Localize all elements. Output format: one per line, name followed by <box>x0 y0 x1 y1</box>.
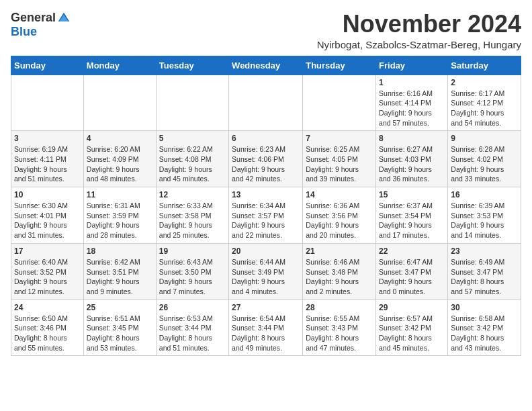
page-header: General Blue November 2024 Nyirbogat, Sz… <box>11 11 521 50</box>
day-info: Sunrise: 6:58 AMSunset: 3:42 PMDaylight:… <box>451 314 518 353</box>
day-info: Sunrise: 6:57 AMSunset: 3:42 PMDaylight:… <box>379 314 445 353</box>
calendar-week-row: 3Sunrise: 6:19 AMSunset: 4:11 PMDaylight… <box>11 131 521 187</box>
calendar-cell: 25Sunrise: 6:51 AMSunset: 3:45 PMDayligh… <box>83 300 156 356</box>
calendar-cell: 27Sunrise: 6:54 AMSunset: 3:44 PMDayligh… <box>229 300 303 356</box>
day-info: Sunrise: 6:50 AMSunset: 3:46 PMDaylight:… <box>14 314 81 353</box>
logo-blue-text: Blue <box>11 25 37 39</box>
day-info: Sunrise: 6:17 AMSunset: 4:12 PMDaylight:… <box>451 89 518 128</box>
col-header-monday: Monday <box>83 56 156 75</box>
day-number: 15 <box>379 190 445 199</box>
calendar-cell <box>156 75 228 131</box>
day-number: 4 <box>87 134 153 143</box>
calendar-week-row: 17Sunrise: 6:40 AMSunset: 3:52 PMDayligh… <box>11 243 521 300</box>
calendar-cell <box>83 75 156 131</box>
day-number: 13 <box>232 190 300 199</box>
day-info: Sunrise: 6:31 AMSunset: 3:59 PMDaylight:… <box>87 201 153 240</box>
day-info: Sunrise: 6:51 AMSunset: 3:45 PMDaylight:… <box>87 314 153 353</box>
day-info: Sunrise: 6:20 AMSunset: 4:09 PMDaylight:… <box>87 144 153 184</box>
day-info: Sunrise: 6:42 AMSunset: 3:51 PMDaylight:… <box>87 257 153 297</box>
calendar-table: SundayMondayTuesdayWednesdayThursdayFrid… <box>11 56 521 357</box>
month-title: November 2024 <box>317 11 521 38</box>
day-number: 30 <box>451 303 518 312</box>
day-info: Sunrise: 6:23 AMSunset: 4:06 PMDaylight:… <box>232 144 300 184</box>
calendar-week-row: 10Sunrise: 6:30 AMSunset: 4:01 PMDayligh… <box>11 187 521 244</box>
calendar-header-row: SundayMondayTuesdayWednesdayThursdayFrid… <box>11 56 521 75</box>
day-info: Sunrise: 6:55 AMSunset: 3:43 PMDaylight:… <box>306 314 373 353</box>
day-number: 6 <box>232 134 300 143</box>
calendar-cell: 14Sunrise: 6:36 AMSunset: 3:56 PMDayligh… <box>303 187 376 244</box>
calendar-cell: 12Sunrise: 6:33 AMSunset: 3:58 PMDayligh… <box>156 187 228 244</box>
day-number: 17 <box>14 246 81 256</box>
day-info: Sunrise: 6:28 AMSunset: 4:02 PMDaylight:… <box>451 144 518 184</box>
day-info: Sunrise: 6:39 AMSunset: 3:53 PMDaylight:… <box>451 201 518 240</box>
logo: General Blue <box>11 11 71 39</box>
day-number: 16 <box>451 190 518 199</box>
calendar-cell: 21Sunrise: 6:46 AMSunset: 3:48 PMDayligh… <box>303 243 376 300</box>
calendar-week-row: 24Sunrise: 6:50 AMSunset: 3:46 PMDayligh… <box>11 300 521 356</box>
day-number: 18 <box>87 246 153 256</box>
day-number: 1 <box>379 78 445 87</box>
day-number: 11 <box>87 190 153 199</box>
calendar-cell: 17Sunrise: 6:40 AMSunset: 3:52 PMDayligh… <box>11 243 84 300</box>
day-number: 12 <box>159 190 226 199</box>
col-header-tuesday: Tuesday <box>156 56 228 75</box>
day-info: Sunrise: 6:46 AMSunset: 3:48 PMDaylight:… <box>306 257 373 297</box>
calendar-cell: 15Sunrise: 6:37 AMSunset: 3:54 PMDayligh… <box>376 187 448 244</box>
day-info: Sunrise: 6:19 AMSunset: 4:11 PMDaylight:… <box>14 144 81 184</box>
calendar-cell: 9Sunrise: 6:28 AMSunset: 4:02 PMDaylight… <box>448 131 521 187</box>
calendar-cell: 16Sunrise: 6:39 AMSunset: 3:53 PMDayligh… <box>448 187 521 244</box>
day-number: 23 <box>451 246 518 256</box>
day-number: 20 <box>232 246 300 256</box>
day-number: 21 <box>306 246 373 256</box>
day-number: 9 <box>451 134 518 143</box>
col-header-saturday: Saturday <box>448 56 521 75</box>
calendar-cell: 7Sunrise: 6:25 AMSunset: 4:05 PMDaylight… <box>303 131 376 187</box>
calendar-cell: 2Sunrise: 6:17 AMSunset: 4:12 PMDaylight… <box>448 75 521 131</box>
day-info: Sunrise: 6:34 AMSunset: 3:57 PMDaylight:… <box>232 201 300 240</box>
calendar-cell: 26Sunrise: 6:53 AMSunset: 3:44 PMDayligh… <box>156 300 228 356</box>
calendar-cell: 23Sunrise: 6:49 AMSunset: 3:47 PMDayligh… <box>448 243 521 300</box>
day-info: Sunrise: 6:25 AMSunset: 4:05 PMDaylight:… <box>306 144 373 184</box>
day-number: 29 <box>379 303 445 312</box>
day-number: 26 <box>159 303 226 312</box>
day-number: 25 <box>87 303 153 312</box>
calendar-cell: 29Sunrise: 6:57 AMSunset: 3:42 PMDayligh… <box>376 300 448 356</box>
day-number: 5 <box>159 134 226 143</box>
calendar-cell <box>303 75 376 131</box>
calendar-cell: 8Sunrise: 6:27 AMSunset: 4:03 PMDaylight… <box>376 131 448 187</box>
day-info: Sunrise: 6:16 AMSunset: 4:14 PMDaylight:… <box>379 89 445 128</box>
calendar-cell: 19Sunrise: 6:43 AMSunset: 3:50 PMDayligh… <box>156 243 228 300</box>
location-subtitle: Nyirbogat, Szabolcs-Szatmar-Bereg, Hunga… <box>317 39 521 50</box>
calendar-cell: 1Sunrise: 6:16 AMSunset: 4:14 PMDaylight… <box>376 75 448 131</box>
day-info: Sunrise: 6:33 AMSunset: 3:58 PMDaylight:… <box>159 201 226 240</box>
day-number: 28 <box>306 303 373 312</box>
day-info: Sunrise: 6:54 AMSunset: 3:44 PMDaylight:… <box>232 314 300 353</box>
day-number: 3 <box>14 134 81 143</box>
day-info: Sunrise: 6:49 AMSunset: 3:47 PMDaylight:… <box>451 257 518 297</box>
day-number: 2 <box>451 78 518 87</box>
logo-general-text: General <box>11 11 56 25</box>
day-number: 7 <box>306 134 373 143</box>
day-number: 22 <box>379 246 445 256</box>
calendar-cell: 20Sunrise: 6:44 AMSunset: 3:49 PMDayligh… <box>229 243 303 300</box>
calendar-cell: 30Sunrise: 6:58 AMSunset: 3:42 PMDayligh… <box>448 300 521 356</box>
day-number: 24 <box>14 303 81 312</box>
calendar-cell <box>229 75 303 131</box>
day-number: 19 <box>159 246 226 256</box>
day-info: Sunrise: 6:37 AMSunset: 3:54 PMDaylight:… <box>379 201 445 240</box>
calendar-cell: 5Sunrise: 6:22 AMSunset: 4:08 PMDaylight… <box>156 131 228 187</box>
day-number: 10 <box>14 190 81 199</box>
day-number: 8 <box>379 134 445 143</box>
day-info: Sunrise: 6:36 AMSunset: 3:56 PMDaylight:… <box>306 201 373 240</box>
title-block: November 2024 Nyirbogat, Szabolcs-Szatma… <box>317 11 521 50</box>
col-header-friday: Friday <box>376 56 448 75</box>
calendar-cell: 18Sunrise: 6:42 AMSunset: 3:51 PMDayligh… <box>83 243 156 300</box>
day-info: Sunrise: 6:53 AMSunset: 3:44 PMDaylight:… <box>159 314 226 353</box>
calendar-cell: 24Sunrise: 6:50 AMSunset: 3:46 PMDayligh… <box>11 300 84 356</box>
day-info: Sunrise: 6:30 AMSunset: 4:01 PMDaylight:… <box>14 201 81 240</box>
calendar-cell: 11Sunrise: 6:31 AMSunset: 3:59 PMDayligh… <box>83 187 156 244</box>
calendar-cell: 10Sunrise: 6:30 AMSunset: 4:01 PMDayligh… <box>11 187 84 244</box>
calendar-cell: 6Sunrise: 6:23 AMSunset: 4:06 PMDaylight… <box>229 131 303 187</box>
calendar-week-row: 1Sunrise: 6:16 AMSunset: 4:14 PMDaylight… <box>11 75 521 131</box>
day-info: Sunrise: 6:27 AMSunset: 4:03 PMDaylight:… <box>379 144 445 184</box>
